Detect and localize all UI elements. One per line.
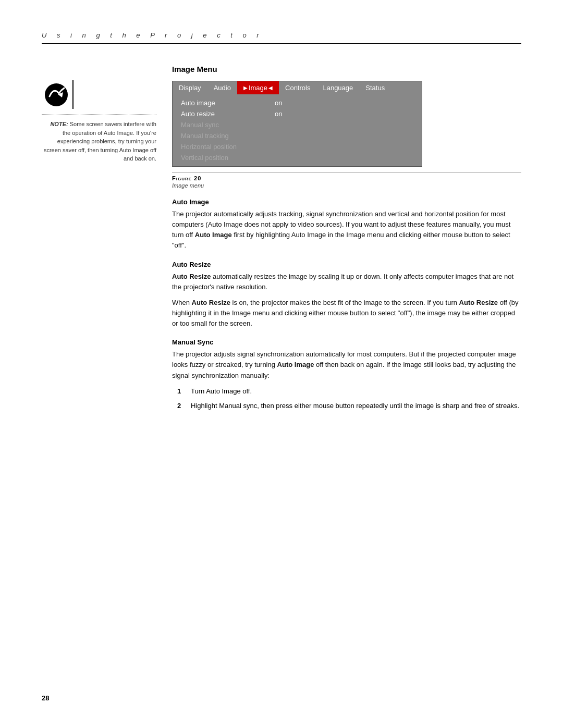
- subsection-heading-auto-resize: Auto Resize: [172, 261, 521, 268]
- section-heading: Image Menu: [172, 65, 521, 73]
- list-text-2: Highlight Manual sync, then press either…: [191, 401, 519, 411]
- content-layout: NOTE: Some screen savers interfere with …: [42, 65, 521, 415]
- manual-sync-list: 1 Turn Auto Image off. 2 Highlight Manua…: [177, 386, 521, 411]
- menu-row-manual-sync[interactable]: Manual sync: [173, 119, 422, 130]
- menu-label-auto-image: Auto image: [181, 99, 275, 107]
- menu-item-audio[interactable]: Audio: [207, 81, 237, 94]
- dotted-separator: [42, 114, 156, 115]
- menu-row-manual-tracking[interactable]: Manual tracking: [173, 130, 422, 141]
- menu-label-vertical-position: Vertical position: [181, 154, 275, 162]
- vertical-divider: [72, 80, 74, 109]
- projector-icon: [42, 80, 70, 109]
- note-label: NOTE:: [50, 121, 68, 127]
- list-item-2: 2 Highlight Manual sync, then press eith…: [177, 401, 521, 411]
- menu-label-manual-sync: Manual sync: [181, 121, 275, 129]
- menu-item-language[interactable]: Language: [316, 81, 359, 94]
- menu-label-auto-resize: Auto resize: [181, 110, 275, 118]
- menu-item-image[interactable]: Image: [237, 81, 279, 94]
- left-column: NOTE: Some screen savers interfere with …: [42, 65, 156, 415]
- menu-item-status[interactable]: Status: [359, 81, 391, 94]
- auto-resize-text-2: When Auto Resize is on, the projector ma…: [172, 298, 521, 329]
- menu-row-vertical-position[interactable]: Vertical position: [173, 152, 422, 163]
- right-column: Image Menu Display Audio Image Controls …: [172, 65, 521, 415]
- menu-row-auto-image[interactable]: Auto image on: [173, 97, 422, 108]
- menu-label-horizontal-position: Horizontal position: [181, 143, 275, 151]
- list-item-1: 1 Turn Auto Image off.: [177, 386, 521, 397]
- menu-label-manual-tracking: Manual tracking: [181, 132, 275, 140]
- manual-sync-text: The projector adjusts signal synchroniza…: [172, 349, 521, 380]
- subsection-heading-manual-sync: Manual Sync: [172, 338, 521, 346]
- subsection-heading-auto-image: Auto Image: [172, 198, 521, 206]
- menu-item-display[interactable]: Display: [173, 81, 207, 94]
- header-title: U s i n g t h e P r o j e c t o r: [42, 31, 263, 39]
- menu-dropdown: Auto image on Auto resize on Manual sync…: [173, 94, 422, 166]
- svg-point-0: [45, 83, 68, 106]
- menu-value-auto-resize: on: [275, 110, 282, 118]
- list-num-1: 1: [177, 386, 186, 397]
- icon-area: [42, 80, 156, 109]
- menu-screenshot: Display Audio Image Controls Language St…: [172, 81, 422, 167]
- menu-item-controls[interactable]: Controls: [279, 81, 316, 94]
- list-num-2: 2: [177, 401, 186, 411]
- figure-label: Figure 20: [172, 172, 521, 181]
- auto-image-text: The projector automatically adjusts trac…: [172, 209, 521, 251]
- menu-bar: Display Audio Image Controls Language St…: [173, 81, 422, 94]
- menu-row-horizontal-position[interactable]: Horizontal position: [173, 141, 422, 152]
- auto-resize-text-1: Auto Resize automatically resizes the im…: [172, 272, 521, 292]
- note-box: NOTE: Some screen savers interfere with …: [42, 120, 156, 163]
- menu-value-auto-image: on: [275, 99, 282, 107]
- menu-row-auto-resize[interactable]: Auto resize on: [173, 108, 422, 119]
- figure-caption: Image menu: [172, 182, 521, 189]
- list-text-1: Turn Auto Image off.: [191, 386, 252, 397]
- page-number: 28: [42, 694, 49, 702]
- page-header: U s i n g t h e P r o j e c t o r: [42, 31, 521, 44]
